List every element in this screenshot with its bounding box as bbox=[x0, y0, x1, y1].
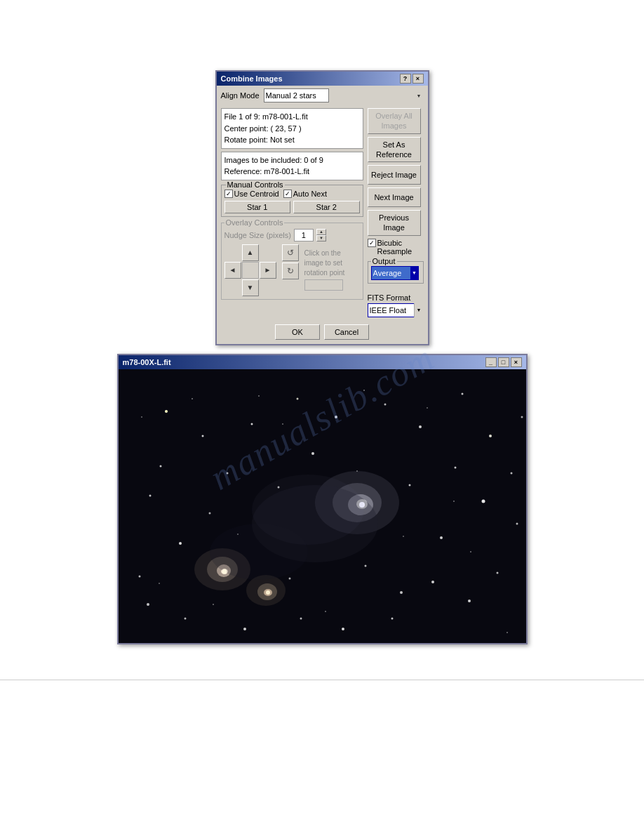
ok-button[interactable]: OK bbox=[275, 324, 320, 340]
arrow-up-button[interactable]: ▲ bbox=[242, 244, 259, 261]
align-mode-select[interactable]: Manual 2 stars Manual 3 stars Auto-Corre… bbox=[264, 88, 329, 102]
svg-point-22 bbox=[296, 397, 298, 399]
svg-point-62 bbox=[403, 536, 404, 537]
svg-point-14 bbox=[222, 569, 227, 574]
svg-point-63 bbox=[213, 604, 214, 605]
manual-controls-content: ✓ Use Centroid ✓ Auto Next Star 1 Star 2 bbox=[224, 190, 360, 213]
svg-point-26 bbox=[461, 392, 463, 395]
output-select-wrapper: Average Sum Median Sigma Clip ▼ bbox=[371, 266, 420, 280]
image-window: m78-00X-L.fit _ □ × bbox=[117, 354, 528, 644]
overlay-all-button[interactable]: Overlay AllImages bbox=[368, 108, 421, 134]
help-button[interactable]: ? bbox=[400, 74, 411, 84]
svg-point-69 bbox=[252, 475, 364, 545]
svg-point-40 bbox=[138, 575, 140, 577]
svg-point-32 bbox=[496, 571, 498, 574]
svg-point-60 bbox=[159, 583, 160, 584]
use-centroid-label: Use Centroid bbox=[234, 190, 279, 198]
bottom-divider bbox=[0, 680, 644, 680]
dialog-body: File 1 of 9: m78-001-L.fit Center point:… bbox=[217, 104, 428, 322]
output-group: Output Average Sum Median Sigma Clip ▼ bbox=[368, 261, 424, 284]
nudge-down[interactable]: ▼ bbox=[316, 235, 326, 241]
svg-point-20 bbox=[179, 542, 182, 545]
svg-point-50 bbox=[288, 577, 290, 579]
svg-point-37 bbox=[243, 628, 246, 630]
close-button[interactable]: × bbox=[412, 74, 424, 84]
image-svg bbox=[119, 369, 526, 643]
arrow-center bbox=[242, 262, 259, 279]
manual-controls-checkboxes: ✓ Use Centroid ✓ Auto Next bbox=[224, 190, 360, 198]
manual-controls-label: Manual Controls bbox=[226, 180, 285, 189]
svg-point-65 bbox=[470, 551, 471, 552]
dialog-title: Combine Images bbox=[221, 74, 283, 83]
bicubic-row: ✓ BicubicResample bbox=[368, 239, 424, 256]
rotate-ccw-button[interactable]: ↺ bbox=[282, 244, 299, 261]
svg-point-52 bbox=[521, 416, 523, 418]
svg-point-56 bbox=[427, 407, 428, 409]
included-line1: Images to be included: 0 of 9 bbox=[224, 154, 360, 166]
star2-button[interactable]: Star 2 bbox=[293, 201, 360, 213]
image-restore-button[interactable]: □ bbox=[498, 357, 509, 367]
reject-image-button[interactable]: Reject Image bbox=[368, 165, 421, 185]
svg-point-53 bbox=[192, 398, 193, 399]
overlay-controls-group: Overlay Controls Nudge Size (pixels) ▲ ▼ bbox=[221, 223, 363, 300]
titlebar-buttons: ? × bbox=[400, 74, 424, 84]
svg-point-30 bbox=[454, 466, 456, 468]
fits-format-label: FITS Format bbox=[368, 293, 424, 302]
fits-select[interactable]: IEEE Float 16-bit Integer 32-bit Integer bbox=[368, 303, 421, 317]
svg-point-42 bbox=[226, 472, 228, 474]
svg-point-47 bbox=[208, 512, 210, 514]
svg-point-34 bbox=[391, 617, 393, 619]
file-info-line1: File 1 of 9: m78-001-L.fit bbox=[224, 111, 360, 123]
svg-point-24 bbox=[384, 403, 386, 405]
svg-point-45 bbox=[408, 484, 410, 486]
star1-button[interactable]: Star 1 bbox=[224, 201, 291, 213]
cancel-button[interactable]: Cancel bbox=[324, 324, 369, 340]
set-as-reference-button[interactable]: Set AsReference bbox=[368, 137, 421, 163]
image-close-button[interactable]: × bbox=[511, 357, 522, 367]
svg-point-23 bbox=[335, 416, 337, 418]
ok-cancel-row: OK Cancel bbox=[217, 322, 428, 344]
image-title: m78-00X-L.fit bbox=[123, 358, 171, 366]
output-group-label: Output bbox=[371, 257, 397, 265]
fits-select-wrapper: IEEE Float 16-bit Integer 32-bit Integer… bbox=[368, 303, 424, 317]
images-included-box: Images to be included: 0 of 9 Reference:… bbox=[221, 152, 363, 180]
auto-next-checkbox[interactable]: ✓ Auto Next bbox=[283, 190, 327, 198]
svg-point-31 bbox=[440, 536, 443, 539]
arrow-right-button[interactable]: ► bbox=[260, 262, 276, 279]
dialog-titlebar: Combine Images ? × bbox=[217, 72, 428, 86]
fits-format-area: FITS Format IEEE Float 16-bit Integer 32… bbox=[368, 291, 424, 317]
svg-point-57 bbox=[453, 501, 455, 502]
svg-point-16 bbox=[266, 590, 270, 595]
image-minimize-button[interactable]: _ bbox=[485, 357, 497, 367]
star-buttons-row: Star 1 Star 2 bbox=[224, 201, 360, 213]
svg-point-67 bbox=[507, 632, 508, 633]
svg-point-44 bbox=[311, 452, 314, 455]
next-image-button[interactable]: Next Image bbox=[368, 187, 421, 207]
nudge-input[interactable] bbox=[294, 229, 314, 241]
previous-image-button[interactable]: PreviousImage bbox=[368, 210, 421, 236]
rotate-cw-button[interactable]: ↻ bbox=[282, 263, 299, 279]
arrow-empty-br bbox=[260, 279, 276, 296]
svg-point-38 bbox=[184, 617, 186, 619]
rotation-point-input bbox=[304, 279, 343, 291]
nudge-up[interactable]: ▲ bbox=[316, 229, 326, 235]
svg-point-39 bbox=[147, 603, 149, 606]
arrow-down-button[interactable]: ▼ bbox=[242, 279, 259, 296]
image-canvas[interactable] bbox=[119, 369, 526, 643]
file-info-line2: Center point: ( 23, 57 ) bbox=[224, 123, 360, 135]
svg-point-48 bbox=[364, 564, 366, 567]
nudge-row: Nudge Size (pixels) ▲ ▼ bbox=[224, 229, 360, 241]
page-container: manualslib.com Combine Images ? × Align … bbox=[0, 0, 644, 834]
svg-point-49 bbox=[400, 591, 403, 594]
output-select[interactable]: Average Sum Median Sigma Clip bbox=[371, 266, 419, 280]
svg-point-68 bbox=[165, 410, 168, 413]
bicubic-checkbox[interactable]: ✓ bbox=[368, 239, 376, 247]
svg-point-27 bbox=[489, 435, 492, 437]
use-centroid-checkbox[interactable]: ✓ Use Centroid bbox=[224, 190, 279, 198]
arrow-left-button[interactable]: ◄ bbox=[224, 262, 241, 279]
svg-point-66 bbox=[141, 416, 142, 418]
svg-point-61 bbox=[356, 470, 358, 472]
svg-point-19 bbox=[149, 494, 151, 496]
svg-point-51 bbox=[516, 522, 518, 524]
svg-point-58 bbox=[237, 534, 239, 535]
